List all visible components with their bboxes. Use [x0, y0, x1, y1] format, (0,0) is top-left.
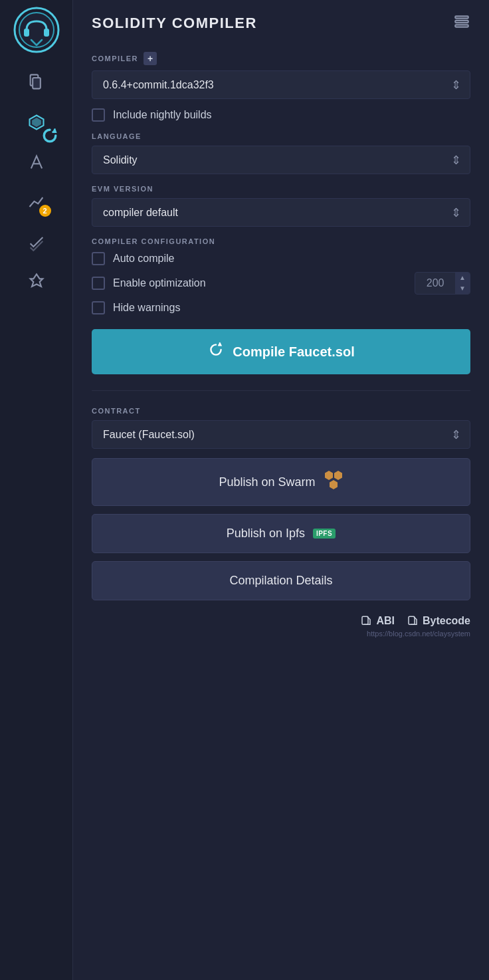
ipfs-badge: IPFS	[313, 529, 336, 539]
enable-optimization-label: Enable optimization	[113, 277, 206, 289]
compiler-version-wrapper: 0.6.4+commit.1dca32f3 ⇕	[92, 70, 470, 99]
svg-rect-15	[362, 616, 368, 624]
main-content: SOLIDITY COMPILER COMPILER + 0.6.4+commi…	[73, 0, 489, 980]
language-wrapper: Solidity Vyper ⇕	[92, 146, 470, 174]
contract-label: CONTRACT	[92, 407, 470, 415]
optimization-up-arrow[interactable]: ▲	[455, 273, 470, 283]
bytecode-label: Bytecode	[423, 615, 470, 627]
hide-warnings-label: Hide warnings	[113, 302, 180, 314]
nightly-builds-row: Include nightly builds	[92, 108, 470, 122]
svg-rect-9	[455, 16, 468, 18]
sidebar-item-git[interactable]	[19, 145, 54, 180]
compiler-label: COMPILER +	[92, 52, 470, 65]
optimization-arrows: ▲ ▼	[455, 273, 470, 294]
optimization-down-arrow[interactable]: ▼	[455, 283, 470, 294]
sidebar-item-files[interactable]	[19, 65, 54, 100]
evm-version-select[interactable]: compiler default homestead tangerineWhis…	[92, 198, 470, 227]
publish-swarm-label: Publish on Swarm	[219, 475, 315, 489]
bottom-bar: ABI Bytecode	[92, 608, 470, 630]
compiler-version-select[interactable]: 0.6.4+commit.1dca32f3	[92, 70, 470, 99]
svg-rect-16	[409, 616, 415, 624]
section-divider	[92, 390, 470, 391]
evm-version-wrapper: compiler default homestead tangerineWhis…	[92, 198, 470, 227]
abi-link[interactable]: ABI	[360, 615, 395, 627]
svg-rect-3	[44, 29, 49, 37]
bytecode-link[interactable]: Bytecode	[407, 615, 470, 627]
hide-warnings-checkbox[interactable]	[92, 301, 105, 314]
page-header: SOLIDITY COMPILER	[92, 13, 470, 33]
swarm-icon	[324, 471, 343, 493]
svg-rect-10	[455, 21, 468, 23]
nightly-builds-checkbox[interactable]	[92, 108, 105, 122]
menu-icon[interactable]	[453, 13, 470, 33]
language-label: LANGUAGE	[92, 132, 470, 140]
contract-wrapper: Faucet (Faucet.sol) ⇕	[92, 420, 470, 449]
sidebar: 2	[0, 0, 73, 980]
publish-ipfs-button[interactable]: Publish on Ipfs IPFS	[92, 514, 470, 553]
enable-optimization-checkbox[interactable]	[92, 277, 105, 290]
watermark: https://blog.csdn.net/claysystem	[92, 630, 470, 642]
svg-marker-13	[334, 471, 342, 480]
sidebar-logo[interactable]	[13, 7, 60, 53]
hide-warnings-row: Hide warnings	[92, 301, 470, 314]
page-title: SOLIDITY COMPILER	[92, 15, 257, 32]
evm-label: EVM VERSION	[92, 185, 470, 193]
compiler-config-label: COMPILER CONFIGURATION	[92, 237, 470, 245]
optimization-row: Enable optimization ▲ ▼	[92, 272, 470, 295]
compile-icon	[207, 341, 225, 362]
compilation-details-label: Compilation Details	[229, 574, 332, 588]
publish-ipfs-label: Publish on Ipfs	[227, 527, 305, 541]
nightly-builds-label: Include nightly builds	[113, 109, 212, 121]
sidebar-item-analytics[interactable]: 2	[19, 185, 54, 219]
sidebar-item-plugin[interactable]	[19, 265, 54, 299]
analytics-badge: 2	[39, 205, 51, 217]
optimization-input-wrapper: ▲ ▼	[415, 272, 470, 295]
svg-rect-11	[455, 25, 468, 27]
svg-marker-14	[330, 480, 338, 489]
auto-compile-label: Auto compile	[113, 253, 175, 265]
compiler-add-button[interactable]: +	[144, 52, 157, 65]
svg-marker-12	[325, 471, 333, 480]
compilation-details-button[interactable]: Compilation Details	[92, 561, 470, 600]
sidebar-item-compiler[interactable]	[19, 105, 54, 140]
sidebar-item-verify[interactable]	[19, 225, 54, 259]
publish-swarm-button[interactable]: Publish on Swarm	[92, 458, 470, 506]
svg-rect-2	[24, 29, 29, 37]
language-select[interactable]: Solidity Vyper	[92, 146, 470, 174]
auto-compile-row: Auto compile	[92, 252, 470, 265]
auto-compile-checkbox[interactable]	[92, 252, 105, 265]
compile-button-label: Compile Faucet.sol	[233, 344, 354, 360]
optimization-value-input[interactable]	[415, 273, 455, 293]
svg-rect-5	[33, 78, 41, 88]
contract-select[interactable]: Faucet (Faucet.sol)	[92, 420, 470, 449]
abi-label: ABI	[376, 615, 395, 627]
compile-button[interactable]: Compile Faucet.sol	[92, 329, 470, 374]
svg-marker-7	[33, 118, 41, 126]
